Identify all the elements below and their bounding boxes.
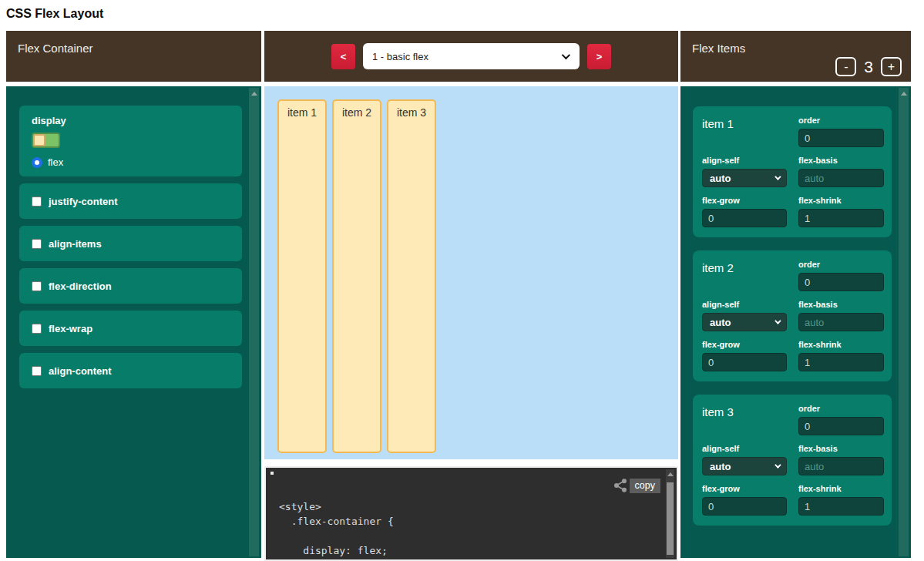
prop-label: flex-direction — [49, 280, 112, 292]
flex-container-panel: Flex Container display flex justify-cont… — [6, 31, 261, 558]
prop-card-flex-wrap[interactable]: flex-wrap — [19, 311, 242, 346]
display-toggle[interactable] — [32, 133, 60, 148]
checkbox-icon[interactable] — [32, 366, 42, 376]
flex-grow-label: flex-grow — [702, 340, 787, 349]
checkbox-icon[interactable] — [32, 281, 42, 291]
chevron-down-icon — [562, 51, 570, 59]
align-self-select[interactable]: auto — [702, 457, 787, 475]
flex-shrink-label: flex-shrink — [798, 340, 884, 349]
align-self-label: align-self — [702, 444, 787, 453]
flex-items-header: Flex Items - 3 + — [680, 31, 911, 82]
share-icon[interactable] — [613, 478, 628, 493]
align-self-select[interactable]: auto — [702, 169, 787, 187]
flex-container-header: Flex Container — [6, 31, 261, 82]
item-count: 3 — [864, 58, 873, 76]
code-panel: copy <style> .flex-container { display: … — [264, 466, 678, 561]
preview-flex-item-1: item 1 — [277, 99, 327, 453]
preset-selected-value: 1 - basic flex — [372, 51, 428, 62]
flex-preview-canvas: item 1 item 2 item 3 — [264, 86, 678, 459]
preset-select[interactable]: 1 - basic flex — [363, 43, 580, 69]
add-item-button[interactable]: + — [881, 57, 902, 76]
toggle-knob-icon — [33, 134, 45, 146]
code-line: .flex-container { — [279, 514, 394, 529]
flex-grow-input[interactable] — [702, 353, 787, 371]
item-card-1: item 1 order align-self auto flex-basis — [693, 106, 892, 237]
order-input[interactable] — [798, 129, 884, 147]
flex-items-title: Flex Items — [692, 42, 745, 55]
chevron-down-icon — [774, 317, 781, 324]
align-self-label: align-self — [702, 156, 787, 165]
code-scrollbar[interactable] — [666, 469, 674, 558]
code-text: <style> .flex-container { display: flex; — [279, 499, 394, 558]
flex-grow-input[interactable] — [702, 209, 787, 227]
item-count-stepper: - 3 + — [835, 57, 902, 76]
prop-card-align-content[interactable]: align-content — [19, 353, 242, 388]
align-self-value: auto — [710, 317, 731, 328]
order-input[interactable] — [798, 417, 884, 435]
prop-label: flex-wrap — [49, 323, 92, 334]
align-self-value: auto — [710, 173, 731, 184]
prop-card-flex-direction[interactable]: flex-direction — [19, 268, 242, 304]
code-line: <style> — [279, 499, 394, 514]
order-label: order — [798, 116, 884, 125]
order-label: order — [798, 260, 884, 269]
display-label: display — [32, 115, 230, 126]
display-card[interactable]: display flex — [19, 106, 242, 176]
flex-radio[interactable] — [32, 157, 42, 168]
left-panel-scrollbar[interactable] — [249, 88, 259, 556]
scrollbar-thumb[interactable] — [667, 482, 674, 555]
flex-shrink-label: flex-shrink — [798, 196, 884, 205]
order-input[interactable] — [798, 273, 884, 291]
prop-card-align-items[interactable]: align-items — [19, 226, 242, 261]
scroll-up-arrow-icon — [251, 92, 257, 96]
remove-item-button[interactable]: - — [835, 57, 856, 76]
item-card-title: item 1 — [702, 116, 787, 147]
flex-grow-label: flex-grow — [702, 484, 787, 493]
order-label: order — [798, 404, 884, 413]
right-panel-scrollbar[interactable] — [899, 88, 909, 556]
text-cursor-dot — [270, 472, 274, 475]
preview-flex-item-3: item 3 — [387, 99, 436, 453]
flex-basis-input[interactable] — [798, 313, 884, 331]
flex-grow-input[interactable] — [702, 497, 787, 516]
align-self-label: align-self — [702, 300, 787, 309]
flex-radio-label: flex — [48, 156, 63, 168]
flex-basis-label: flex-basis — [798, 156, 884, 165]
flex-shrink-label: flex-shrink — [798, 484, 884, 493]
flex-basis-label: flex-basis — [798, 300, 884, 309]
flex-container-title: Flex Container — [18, 42, 93, 55]
code-line: display: flex; — [279, 543, 394, 558]
prop-label: align-content — [49, 365, 112, 377]
flex-basis-input[interactable] — [798, 169, 884, 187]
align-self-value: auto — [710, 461, 731, 472]
flex-basis-input[interactable] — [798, 457, 884, 475]
flex-grow-label: flex-grow — [702, 196, 787, 205]
flex-container-body: display flex justify-content align-items — [6, 86, 261, 558]
flex-shrink-input[interactable] — [798, 497, 884, 516]
checkbox-icon[interactable] — [32, 239, 42, 249]
chevron-down-icon — [774, 173, 781, 180]
prev-preset-button[interactable]: < — [331, 44, 355, 69]
checkbox-icon[interactable] — [32, 197, 42, 207]
flex-basis-label: flex-basis — [798, 444, 884, 453]
flex-shrink-input[interactable] — [798, 209, 884, 227]
scroll-up-arrow-icon — [901, 92, 907, 96]
scroll-up-arrow-icon — [667, 472, 674, 476]
item-card-3: item 3 order align-self auto flex-basis — [693, 395, 892, 526]
flex-items-panel: Flex Items - 3 + item 1 order align-self… — [680, 31, 911, 558]
checkbox-icon[interactable] — [32, 324, 42, 334]
align-self-select[interactable]: auto — [702, 313, 787, 331]
item-card-title: item 3 — [702, 404, 787, 435]
flex-shrink-input[interactable] — [798, 353, 884, 371]
prop-label: align-items — [49, 238, 102, 250]
prop-label: justify-content — [49, 196, 118, 207]
flex-items-body: item 1 order align-self auto flex-basis — [680, 86, 911, 558]
next-preset-button[interactable]: > — [587, 44, 611, 69]
item-card-title: item 2 — [702, 260, 787, 291]
copy-button[interactable]: copy — [630, 479, 660, 493]
chevron-down-icon — [774, 462, 781, 468]
prop-card-justify-content[interactable]: justify-content — [19, 183, 242, 219]
preview-flex-item-2: item 2 — [332, 99, 381, 453]
preset-toolbar: < 1 - basic flex > — [264, 31, 678, 82]
preview-column: < 1 - basic flex > item 1 item 2 item 3 … — [264, 31, 678, 561]
